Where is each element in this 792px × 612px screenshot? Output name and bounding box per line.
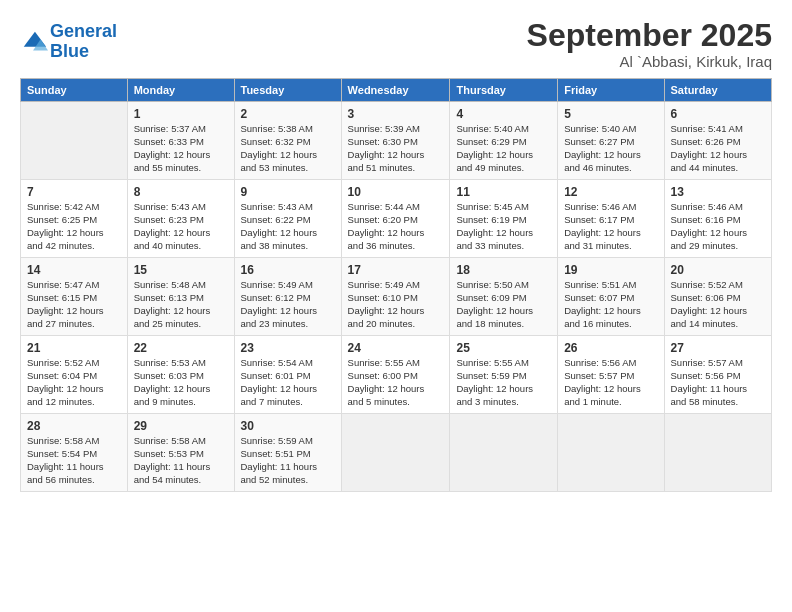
day-cell: 30Sunrise: 5:59 AM Sunset: 5:51 PM Dayli… <box>234 414 341 492</box>
col-header-tuesday: Tuesday <box>234 79 341 102</box>
day-info: Sunrise: 5:52 AM Sunset: 6:06 PM Dayligh… <box>671 279 765 330</box>
day-info: Sunrise: 5:55 AM Sunset: 5:59 PM Dayligh… <box>456 357 551 408</box>
day-info: Sunrise: 5:47 AM Sunset: 6:15 PM Dayligh… <box>27 279 121 330</box>
day-number: 7 <box>27 184 121 200</box>
day-number: 12 <box>564 184 657 200</box>
logo-line2: Blue <box>50 41 89 61</box>
day-cell: 29Sunrise: 5:58 AM Sunset: 5:53 PM Dayli… <box>127 414 234 492</box>
day-number: 24 <box>348 340 444 356</box>
col-header-saturday: Saturday <box>664 79 771 102</box>
day-cell: 21Sunrise: 5:52 AM Sunset: 6:04 PM Dayli… <box>21 336 128 414</box>
day-cell: 4Sunrise: 5:40 AM Sunset: 6:29 PM Daylig… <box>450 102 558 180</box>
day-info: Sunrise: 5:41 AM Sunset: 6:26 PM Dayligh… <box>671 123 765 174</box>
logo-line1: General <box>50 21 117 41</box>
day-info: Sunrise: 5:42 AM Sunset: 6:25 PM Dayligh… <box>27 201 121 252</box>
day-info: Sunrise: 5:49 AM Sunset: 6:10 PM Dayligh… <box>348 279 444 330</box>
day-number: 28 <box>27 418 121 434</box>
col-header-monday: Monday <box>127 79 234 102</box>
day-info: Sunrise: 5:44 AM Sunset: 6:20 PM Dayligh… <box>348 201 444 252</box>
day-number: 2 <box>241 106 335 122</box>
month-title: September 2025 <box>527 18 772 53</box>
day-info: Sunrise: 5:58 AM Sunset: 5:54 PM Dayligh… <box>27 435 121 486</box>
day-info: Sunrise: 5:55 AM Sunset: 6:00 PM Dayligh… <box>348 357 444 408</box>
day-info: Sunrise: 5:56 AM Sunset: 5:57 PM Dayligh… <box>564 357 657 408</box>
day-number: 14 <box>27 262 121 278</box>
day-number: 15 <box>134 262 228 278</box>
day-info: Sunrise: 5:52 AM Sunset: 6:04 PM Dayligh… <box>27 357 121 408</box>
header-row: SundayMondayTuesdayWednesdayThursdayFrid… <box>21 79 772 102</box>
day-info: Sunrise: 5:53 AM Sunset: 6:03 PM Dayligh… <box>134 357 228 408</box>
day-cell: 3Sunrise: 5:39 AM Sunset: 6:30 PM Daylig… <box>341 102 450 180</box>
day-number: 29 <box>134 418 228 434</box>
day-info: Sunrise: 5:48 AM Sunset: 6:13 PM Dayligh… <box>134 279 228 330</box>
day-cell <box>664 414 771 492</box>
day-cell: 2Sunrise: 5:38 AM Sunset: 6:32 PM Daylig… <box>234 102 341 180</box>
week-row-5: 28Sunrise: 5:58 AM Sunset: 5:54 PM Dayli… <box>21 414 772 492</box>
day-number: 4 <box>456 106 551 122</box>
calendar-table: SundayMondayTuesdayWednesdayThursdayFrid… <box>20 78 772 492</box>
day-info: Sunrise: 5:40 AM Sunset: 6:27 PM Dayligh… <box>564 123 657 174</box>
day-cell: 27Sunrise: 5:57 AM Sunset: 5:56 PM Dayli… <box>664 336 771 414</box>
day-number: 8 <box>134 184 228 200</box>
day-number: 25 <box>456 340 551 356</box>
page: General Blue September 2025 Al `Abbasi, … <box>0 0 792 612</box>
day-number: 11 <box>456 184 551 200</box>
day-cell: 23Sunrise: 5:54 AM Sunset: 6:01 PM Dayli… <box>234 336 341 414</box>
day-number: 20 <box>671 262 765 278</box>
col-header-friday: Friday <box>558 79 664 102</box>
day-info: Sunrise: 5:40 AM Sunset: 6:29 PM Dayligh… <box>456 123 551 174</box>
day-cell: 17Sunrise: 5:49 AM Sunset: 6:10 PM Dayli… <box>341 258 450 336</box>
title-block: September 2025 Al `Abbasi, Kirkuk, Iraq <box>527 18 772 70</box>
day-info: Sunrise: 5:57 AM Sunset: 5:56 PM Dayligh… <box>671 357 765 408</box>
day-number: 5 <box>564 106 657 122</box>
day-info: Sunrise: 5:43 AM Sunset: 6:22 PM Dayligh… <box>241 201 335 252</box>
day-cell: 9Sunrise: 5:43 AM Sunset: 6:22 PM Daylig… <box>234 180 341 258</box>
col-header-wednesday: Wednesday <box>341 79 450 102</box>
day-cell: 18Sunrise: 5:50 AM Sunset: 6:09 PM Dayli… <box>450 258 558 336</box>
week-row-4: 21Sunrise: 5:52 AM Sunset: 6:04 PM Dayli… <box>21 336 772 414</box>
day-number: 22 <box>134 340 228 356</box>
day-number: 1 <box>134 106 228 122</box>
day-number: 17 <box>348 262 444 278</box>
day-cell: 15Sunrise: 5:48 AM Sunset: 6:13 PM Dayli… <box>127 258 234 336</box>
logo-text: General Blue <box>50 22 117 62</box>
week-row-3: 14Sunrise: 5:47 AM Sunset: 6:15 PM Dayli… <box>21 258 772 336</box>
logo: General Blue <box>20 22 117 62</box>
day-info: Sunrise: 5:37 AM Sunset: 6:33 PM Dayligh… <box>134 123 228 174</box>
day-cell: 8Sunrise: 5:43 AM Sunset: 6:23 PM Daylig… <box>127 180 234 258</box>
logo-icon <box>20 28 48 56</box>
day-number: 21 <box>27 340 121 356</box>
day-cell: 22Sunrise: 5:53 AM Sunset: 6:03 PM Dayli… <box>127 336 234 414</box>
day-cell: 28Sunrise: 5:58 AM Sunset: 5:54 PM Dayli… <box>21 414 128 492</box>
day-cell: 16Sunrise: 5:49 AM Sunset: 6:12 PM Dayli… <box>234 258 341 336</box>
day-cell: 7Sunrise: 5:42 AM Sunset: 6:25 PM Daylig… <box>21 180 128 258</box>
day-info: Sunrise: 5:51 AM Sunset: 6:07 PM Dayligh… <box>564 279 657 330</box>
day-cell: 26Sunrise: 5:56 AM Sunset: 5:57 PM Dayli… <box>558 336 664 414</box>
day-info: Sunrise: 5:38 AM Sunset: 6:32 PM Dayligh… <box>241 123 335 174</box>
day-cell: 20Sunrise: 5:52 AM Sunset: 6:06 PM Dayli… <box>664 258 771 336</box>
day-cell: 5Sunrise: 5:40 AM Sunset: 6:27 PM Daylig… <box>558 102 664 180</box>
day-cell <box>450 414 558 492</box>
day-cell <box>341 414 450 492</box>
day-cell: 10Sunrise: 5:44 AM Sunset: 6:20 PM Dayli… <box>341 180 450 258</box>
day-info: Sunrise: 5:45 AM Sunset: 6:19 PM Dayligh… <box>456 201 551 252</box>
day-number: 23 <box>241 340 335 356</box>
day-info: Sunrise: 5:54 AM Sunset: 6:01 PM Dayligh… <box>241 357 335 408</box>
day-info: Sunrise: 5:49 AM Sunset: 6:12 PM Dayligh… <box>241 279 335 330</box>
week-row-2: 7Sunrise: 5:42 AM Sunset: 6:25 PM Daylig… <box>21 180 772 258</box>
day-number: 6 <box>671 106 765 122</box>
day-cell: 6Sunrise: 5:41 AM Sunset: 6:26 PM Daylig… <box>664 102 771 180</box>
header: General Blue September 2025 Al `Abbasi, … <box>20 18 772 70</box>
week-row-1: 1Sunrise: 5:37 AM Sunset: 6:33 PM Daylig… <box>21 102 772 180</box>
day-cell: 25Sunrise: 5:55 AM Sunset: 5:59 PM Dayli… <box>450 336 558 414</box>
day-number: 9 <box>241 184 335 200</box>
day-number: 3 <box>348 106 444 122</box>
day-cell: 12Sunrise: 5:46 AM Sunset: 6:17 PM Dayli… <box>558 180 664 258</box>
day-number: 27 <box>671 340 765 356</box>
day-info: Sunrise: 5:58 AM Sunset: 5:53 PM Dayligh… <box>134 435 228 486</box>
day-cell: 11Sunrise: 5:45 AM Sunset: 6:19 PM Dayli… <box>450 180 558 258</box>
col-header-sunday: Sunday <box>21 79 128 102</box>
day-number: 16 <box>241 262 335 278</box>
day-number: 19 <box>564 262 657 278</box>
col-header-thursday: Thursday <box>450 79 558 102</box>
